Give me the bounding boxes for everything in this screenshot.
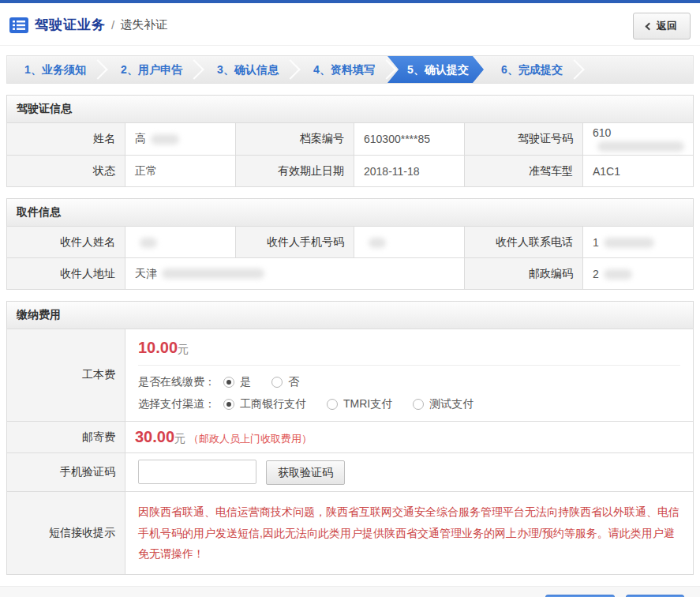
fee-section: 缴纳费用 工本费 10.00元 是否在线缴费： 是: [6, 301, 694, 575]
sms-tip-cell: 因陕西省联通、电信运营商技术问题，陕西省互联网交通安全综合服务管理平台无法向持陕…: [125, 492, 694, 575]
field-label: 有效期止日期: [236, 156, 354, 187]
radio-label: 否: [288, 375, 299, 389]
step-6-label: 6、完成提交: [501, 63, 563, 76]
pay-channel-option-row: 选择支付渠道： 工商银行支付 TMRI支付 测试支付: [138, 397, 680, 411]
field-label: 驾驶证号码: [465, 123, 583, 156]
table-row: 收件人地址 天津 邮政编码 2: [7, 258, 694, 290]
field-value: 高: [125, 123, 236, 156]
redacted-value: [369, 238, 386, 248]
step-5[interactable]: 5、确认提交: [387, 56, 484, 83]
step-4[interactable]: 4、资料填写: [296, 56, 392, 83]
divider: [138, 365, 680, 366]
radio-channel-test[interactable]: 测试支付: [413, 397, 474, 411]
field-value: 天津: [125, 258, 465, 290]
list-icon: [9, 17, 28, 33]
pay-channel-question: 选择支付渠道：: [138, 397, 215, 411]
field-value: 2: [583, 258, 694, 290]
work-fee-amount-line: 10.00元: [138, 339, 680, 357]
step-6[interactable]: 6、完成提交: [484, 56, 580, 83]
redacted-value: [597, 141, 684, 152]
table-row: 工本费 10.00元 是否在线缴费： 是 否: [7, 329, 694, 422]
license-info-section: 驾驶证信息 姓名 高 档案编号 610300****85 驾驶证号码 610 状…: [6, 95, 694, 187]
radio-label: 测试支付: [429, 397, 474, 411]
sms-tip-text: 因陕西省联通、电信运营商技术问题，陕西省互联网交通安全综合服务管理平台无法向持陕…: [135, 495, 683, 571]
back-button-label: 返回: [657, 19, 677, 33]
field-label: 邮政编码: [465, 258, 583, 290]
radio-icon: [413, 399, 424, 410]
field-label: 工本费: [7, 329, 125, 422]
online-pay-option-row: 是否在线缴费： 是 否: [138, 375, 680, 389]
field-value: [354, 227, 465, 258]
step-1[interactable]: 1、业务须知: [7, 56, 103, 83]
radio-icon: [327, 399, 338, 410]
page-header: 驾驶证业务 / 遗失补证 返回: [0, 3, 700, 46]
step-3-label: 3、确认信息: [217, 63, 279, 76]
license-info-table: 姓名 高 档案编号 610300****85 驾驶证号码 610 状态 正常 有…: [6, 122, 694, 187]
field-value: 610: [583, 123, 694, 156]
field-value: 正常: [125, 156, 236, 187]
step-2-label: 2、用户申告: [121, 63, 182, 76]
work-fee-unit: 元: [178, 343, 189, 355]
pickup-info-table: 收件人姓名 收件人手机号码 收件人联系电话 1 收件人地址 天津 邮政编码 2: [6, 226, 694, 290]
field-value: 610300****85: [354, 123, 465, 156]
radio-icon: [223, 377, 234, 388]
field-label: 邮寄费: [7, 422, 125, 453]
breadcrumb-separator: /: [111, 18, 114, 32]
page-title: 驾驶证业务: [35, 16, 106, 34]
fee-section-title: 缴纳费用: [6, 301, 694, 329]
field-label: 准驾车型: [465, 156, 583, 187]
field-label: 收件人联系电话: [465, 227, 583, 258]
redacted-value: [151, 134, 179, 145]
post-fee-unit: 元: [174, 432, 185, 445]
field-label: 收件人姓名: [7, 227, 125, 258]
field-label: 收件人手机号码: [236, 227, 354, 258]
radio-channel-tmri[interactable]: TMRI支付: [327, 397, 392, 411]
post-fee-cell: 30.00元（邮政人员上门收取费用）: [125, 422, 694, 453]
field-label: 收件人地址: [7, 258, 125, 290]
license-section-title: 驾驶证信息: [6, 95, 694, 122]
step-2[interactable]: 2、用户申告: [103, 56, 200, 83]
post-fee-note: （邮政人员上门收取费用）: [189, 433, 312, 445]
redacted-value: [140, 238, 157, 248]
radio-label: 是: [240, 375, 251, 389]
radio-online-yes[interactable]: 是: [223, 375, 251, 389]
field-value: A1C1: [583, 156, 694, 187]
post-fee-amount: 30.00: [135, 428, 174, 445]
back-chevron-icon: [646, 22, 653, 30]
field-label: 手机验证码: [7, 453, 125, 492]
sms-code-cell: 获取验证码: [125, 453, 694, 492]
step-wizard: 1、业务须知 2、用户申告 3、确认信息 4、资料填写 5、确认提交 6、完成提…: [6, 55, 694, 84]
radio-icon: [223, 399, 234, 410]
table-row: 手机验证码 获取验证码: [7, 453, 694, 492]
step-4-label: 4、资料填写: [313, 63, 375, 76]
get-code-button[interactable]: 获取验证码: [266, 460, 345, 485]
table-row: 短信接收提示 因陕西省联通、电信运营商技术问题，陕西省互联网交通安全综合服务管理…: [7, 492, 694, 575]
radio-icon: [271, 377, 283, 388]
redacted-value: [604, 269, 632, 280]
field-label: 姓名: [7, 123, 125, 156]
back-button[interactable]: 返回: [633, 13, 691, 39]
radio-channel-icbc[interactable]: 工商银行支付: [223, 397, 306, 411]
redacted-value: [604, 238, 654, 248]
field-label: 短信接收提示: [7, 492, 125, 575]
work-fee-cell: 10.00元 是否在线缴费： 是 否: [125, 329, 694, 422]
radio-label: 工商银行支付: [240, 397, 306, 411]
field-value: 1: [583, 227, 694, 258]
field-value: [125, 227, 236, 258]
radio-online-no[interactable]: 否: [271, 375, 299, 389]
work-fee-amount: 10.00: [138, 339, 178, 356]
step-5-label: 5、确认提交: [407, 63, 469, 76]
radio-label: TMRI支付: [343, 397, 392, 411]
online-pay-question: 是否在线缴费：: [138, 375, 215, 389]
table-row: 收件人姓名 收件人手机号码 收件人联系电话 1: [7, 227, 694, 258]
breadcrumb-current: 遗失补证: [120, 17, 167, 32]
pickup-info-section: 取件信息 收件人姓名 收件人手机号码 收件人联系电话 1 收件人地址 天津 邮政…: [6, 198, 694, 290]
footer-actions: 上一步 完成: [0, 586, 700, 597]
page: 驾驶证业务 / 遗失补证 返回 1、业务须知 2、用户申告 3、确认信息 4、资…: [0, 0, 700, 597]
step-3[interactable]: 3、确认信息: [200, 56, 296, 83]
sms-code-input[interactable]: [138, 460, 256, 484]
field-label: 档案编号: [236, 123, 354, 156]
table-row: 姓名 高 档案编号 610300****85 驾驶证号码 610: [7, 123, 694, 156]
fee-table: 工本费 10.00元 是否在线缴费： 是 否: [6, 329, 694, 575]
table-row: 邮寄费 30.00元（邮政人员上门收取费用）: [7, 422, 694, 453]
